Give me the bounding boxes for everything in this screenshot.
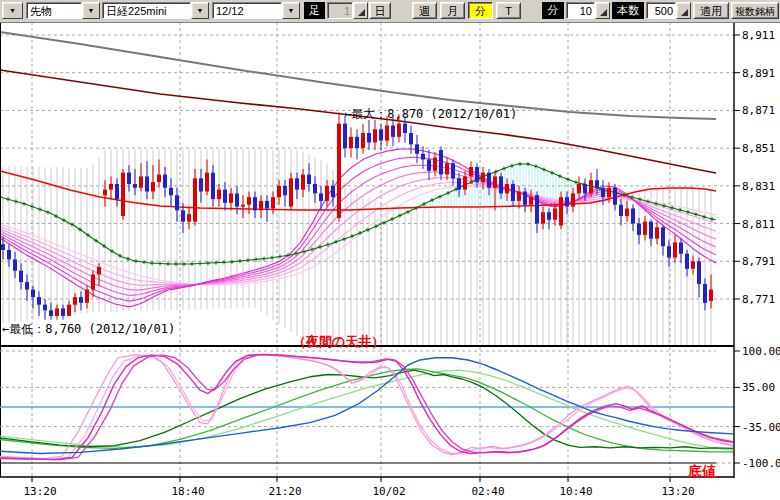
price-axis-label: 8,851 (742, 142, 775, 155)
price-axis-label: 8,871 (742, 104, 775, 117)
contract-combobox[interactable]: 12/12 ▼ (212, 2, 300, 19)
period-button-month[interactable]: 月 (440, 2, 465, 19)
annotation-min-price: ←最低：8,760 (2012/10/01) (2, 321, 175, 338)
time-axis-label: 18:40 (171, 485, 204, 498)
annotation-max-price: ←最大：8,870 (2012/10/01) (344, 106, 517, 123)
price-axis-label: 8,771 (742, 293, 775, 306)
chevron-down-icon[interactable]: ▼ (191, 2, 209, 19)
bars-label: 本数 (612, 2, 644, 19)
ashi-value: 1 (327, 2, 353, 19)
osc-axis-label: -35.00 (742, 421, 780, 434)
price-axis-label: 8,891 (742, 67, 775, 80)
spinner-icon[interactable] (353, 2, 368, 19)
spinner-icon[interactable] (595, 2, 610, 19)
minute-label: 分 (542, 2, 564, 19)
period-button-week[interactable]: 週 (412, 2, 437, 19)
osc-axis-label: 100.00 (742, 345, 780, 358)
osc-axis-label: -100.00 (742, 457, 780, 470)
minute-interval-stepper[interactable]: 10 (566, 2, 610, 19)
time-axis-label: 21:20 (268, 485, 301, 498)
time-axis-label: 10/02 (372, 485, 405, 498)
multi-symbol-button[interactable]: 複数銘柄 (731, 2, 779, 19)
toolbar: ▼ 先物 ▼ 日経225mini ▼ 12/12 ▼ 足 1 日 週 月 分 T… (0, 0, 780, 23)
ashi-stepper[interactable]: 1 (327, 2, 368, 19)
time-axis-label: 10:40 (559, 485, 592, 498)
period-button-minute[interactable]: 分 (468, 2, 493, 19)
category-value: 先物 (26, 2, 82, 19)
contract-value: 12/12 (212, 2, 282, 19)
chevron-down-icon[interactable]: ▼ (282, 2, 300, 19)
apply-button[interactable]: 適用 (693, 2, 729, 19)
minute-interval-value: 10 (566, 2, 595, 19)
time-axis-label: 13:20 (23, 485, 56, 498)
symbol-value: 日経225mini (102, 2, 191, 19)
annotation-night-ceiling: （夜間の天井） (293, 333, 384, 351)
period-button-tick[interactable]: T (496, 2, 521, 19)
chart-window: 8,9118,8918,8718,8518,8318,8118,7918,771… (0, 0, 780, 500)
mini-dropdown[interactable]: ▼ (2, 2, 23, 19)
symbol-combobox[interactable]: 日経225mini ▼ (102, 2, 209, 19)
time-axis-label: 13:20 (661, 485, 694, 498)
price-axis-label: 8,791 (742, 255, 775, 268)
osc-axis-label: 35.00 (742, 381, 775, 394)
chart-canvas[interactable]: 8,9118,8918,8718,8518,8318,8118,7918,771… (0, 0, 780, 500)
annotation-bottom-value: 底値 (688, 463, 716, 481)
chevron-down-icon[interactable]: ▼ (2, 2, 23, 19)
chevron-down-icon[interactable]: ▼ (82, 2, 100, 19)
time-axis-label: 02:40 (471, 485, 504, 498)
category-combobox[interactable]: 先物 ▼ (26, 2, 100, 19)
price-axis-label: 8,831 (742, 180, 775, 193)
spinner-icon[interactable] (676, 2, 691, 19)
bars-count-value: 500 (646, 2, 676, 19)
bars-count-stepper[interactable]: 500 (646, 2, 691, 19)
price-axis-label: 8,911 (742, 29, 775, 42)
period-button-day[interactable]: 日 (369, 2, 391, 19)
price-axis-label: 8,811 (742, 218, 775, 231)
ashi-label: 足 (304, 2, 325, 19)
price-chart-svg: 8,9118,8918,8718,8518,8318,8118,7918,771… (0, 0, 780, 500)
